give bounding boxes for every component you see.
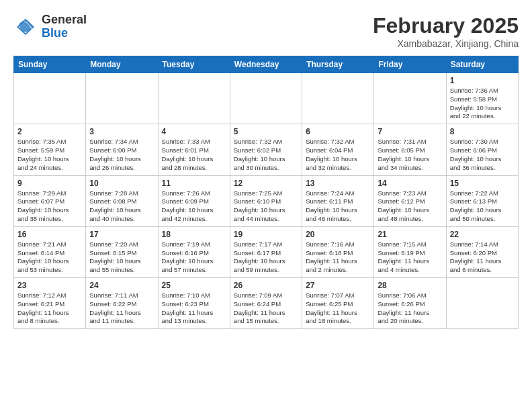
calendar-cell: 10Sunrise: 7:28 AM Sunset: 6:08 PM Dayli…	[86, 175, 158, 226]
calendar-day-header: Monday	[86, 56, 158, 73]
day-number: 12	[234, 179, 298, 188]
calendar-cell: 15Sunrise: 7:22 AM Sunset: 6:13 PM Dayli…	[446, 175, 518, 226]
day-info: Sunrise: 7:34 AM Sunset: 6:00 PM Dayligh…	[89, 138, 154, 172]
day-number: 1	[450, 76, 515, 85]
calendar-week-row: 23Sunrise: 7:12 AM Sunset: 6:21 PM Dayli…	[14, 278, 519, 329]
calendar-table: SundayMondayTuesdayWednesdayThursdayFrid…	[13, 56, 519, 329]
calendar-cell	[230, 73, 302, 124]
month-title: February 2025	[373, 13, 519, 38]
calendar-cell: 13Sunrise: 7:24 AM Sunset: 6:11 PM Dayli…	[302, 175, 374, 226]
day-number: 7	[378, 127, 442, 136]
day-info: Sunrise: 7:33 AM Sunset: 6:01 PM Dayligh…	[162, 138, 226, 172]
day-info: Sunrise: 7:16 AM Sunset: 6:18 PM Dayligh…	[306, 240, 370, 275]
day-number: 17	[89, 230, 154, 239]
day-info: Sunrise: 7:24 AM Sunset: 6:11 PM Dayligh…	[306, 189, 370, 224]
day-number: 23	[17, 281, 82, 290]
page-header: General Blue February 2025 Xambabazar, X…	[13, 13, 519, 49]
day-number: 20	[306, 230, 370, 239]
calendar-cell: 4Sunrise: 7:33 AM Sunset: 6:01 PM Daylig…	[158, 124, 230, 175]
calendar-cell: 22Sunrise: 7:14 AM Sunset: 6:20 PM Dayli…	[446, 226, 518, 277]
day-info: Sunrise: 7:12 AM Sunset: 6:21 PM Dayligh…	[17, 291, 82, 326]
logo-general: General	[42, 13, 87, 26]
day-number: 21	[378, 230, 442, 239]
day-info: Sunrise: 7:21 AM Sunset: 6:14 PM Dayligh…	[17, 240, 82, 275]
day-number: 18	[162, 230, 226, 239]
day-info: Sunrise: 7:14 AM Sunset: 6:20 PM Dayligh…	[450, 240, 515, 275]
day-number: 3	[89, 127, 154, 136]
calendar-cell	[446, 278, 518, 329]
day-number: 22	[450, 230, 515, 239]
day-info: Sunrise: 7:29 AM Sunset: 6:07 PM Dayligh…	[17, 189, 82, 224]
day-number: 14	[378, 179, 442, 188]
day-number: 24	[89, 281, 154, 290]
calendar-cell	[158, 73, 230, 124]
day-number: 13	[306, 179, 370, 188]
calendar-cell: 8Sunrise: 7:30 AM Sunset: 6:06 PM Daylig…	[446, 124, 518, 175]
day-info: Sunrise: 7:26 AM Sunset: 6:09 PM Dayligh…	[162, 189, 226, 224]
calendar-cell: 12Sunrise: 7:25 AM Sunset: 6:10 PM Dayli…	[230, 175, 302, 226]
calendar-cell: 11Sunrise: 7:26 AM Sunset: 6:09 PM Dayli…	[158, 175, 230, 226]
day-number: 27	[306, 281, 370, 290]
day-info: Sunrise: 7:06 AM Sunset: 6:26 PM Dayligh…	[378, 291, 442, 326]
day-number: 15	[450, 179, 515, 188]
calendar-week-row: 1Sunrise: 7:36 AM Sunset: 5:58 PM Daylig…	[14, 73, 519, 124]
day-info: Sunrise: 7:35 AM Sunset: 5:59 PM Dayligh…	[17, 138, 82, 172]
calendar-day-header: Tuesday	[158, 56, 230, 73]
day-number: 5	[234, 127, 298, 136]
calendar-cell: 24Sunrise: 7:11 AM Sunset: 6:22 PM Dayli…	[86, 278, 158, 329]
logo-icon	[13, 15, 38, 39]
day-number: 4	[162, 127, 226, 136]
calendar-day-header: Thursday	[302, 56, 374, 73]
day-number: 6	[306, 127, 370, 136]
day-info: Sunrise: 7:23 AM Sunset: 6:12 PM Dayligh…	[378, 189, 442, 224]
calendar-cell: 9Sunrise: 7:29 AM Sunset: 6:07 PM Daylig…	[14, 175, 86, 226]
calendar-cell	[302, 73, 374, 124]
calendar-cell: 27Sunrise: 7:07 AM Sunset: 6:25 PM Dayli…	[302, 278, 374, 329]
calendar-cell: 26Sunrise: 7:09 AM Sunset: 6:24 PM Dayli…	[230, 278, 302, 329]
calendar-cell: 23Sunrise: 7:12 AM Sunset: 6:21 PM Dayli…	[14, 278, 86, 329]
day-number: 19	[234, 230, 298, 239]
calendar-cell: 1Sunrise: 7:36 AM Sunset: 5:58 PM Daylig…	[446, 73, 518, 124]
calendar-week-row: 9Sunrise: 7:29 AM Sunset: 6:07 PM Daylig…	[14, 175, 519, 226]
day-info: Sunrise: 7:25 AM Sunset: 6:10 PM Dayligh…	[234, 189, 298, 224]
calendar-cell: 18Sunrise: 7:19 AM Sunset: 6:16 PM Dayli…	[158, 226, 230, 277]
logo-text: General Blue	[42, 13, 87, 40]
day-info: Sunrise: 7:15 AM Sunset: 6:19 PM Dayligh…	[378, 240, 442, 275]
calendar-day-header: Saturday	[446, 56, 518, 73]
calendar-cell: 7Sunrise: 7:31 AM Sunset: 6:05 PM Daylig…	[374, 124, 446, 175]
calendar-week-row: 2Sunrise: 7:35 AM Sunset: 5:59 PM Daylig…	[14, 124, 519, 175]
day-number: 28	[378, 281, 442, 290]
day-info: Sunrise: 7:32 AM Sunset: 6:04 PM Dayligh…	[306, 138, 370, 172]
day-info: Sunrise: 7:07 AM Sunset: 6:25 PM Dayligh…	[306, 291, 370, 326]
day-number: 25	[162, 281, 226, 290]
day-info: Sunrise: 7:09 AM Sunset: 6:24 PM Dayligh…	[234, 291, 298, 326]
calendar-week-row: 16Sunrise: 7:21 AM Sunset: 6:14 PM Dayli…	[14, 226, 519, 277]
calendar-day-header: Sunday	[14, 56, 86, 73]
day-info: Sunrise: 7:32 AM Sunset: 6:02 PM Dayligh…	[234, 138, 298, 172]
day-info: Sunrise: 7:11 AM Sunset: 6:22 PM Dayligh…	[89, 291, 154, 326]
calendar-cell: 5Sunrise: 7:32 AM Sunset: 6:02 PM Daylig…	[230, 124, 302, 175]
calendar-cell: 19Sunrise: 7:17 AM Sunset: 6:17 PM Dayli…	[230, 226, 302, 277]
day-number: 26	[234, 281, 298, 290]
day-info: Sunrise: 7:10 AM Sunset: 6:23 PM Dayligh…	[162, 291, 226, 326]
day-info: Sunrise: 7:28 AM Sunset: 6:08 PM Dayligh…	[89, 189, 154, 224]
calendar-cell: 28Sunrise: 7:06 AM Sunset: 6:26 PM Dayli…	[374, 278, 446, 329]
calendar-cell: 20Sunrise: 7:16 AM Sunset: 6:18 PM Dayli…	[302, 226, 374, 277]
day-info: Sunrise: 7:17 AM Sunset: 6:17 PM Dayligh…	[234, 240, 298, 275]
day-info: Sunrise: 7:30 AM Sunset: 6:06 PM Dayligh…	[450, 138, 515, 172]
day-info: Sunrise: 7:19 AM Sunset: 6:16 PM Dayligh…	[162, 240, 226, 275]
day-info: Sunrise: 7:31 AM Sunset: 6:05 PM Dayligh…	[378, 138, 442, 172]
calendar-cell	[374, 73, 446, 124]
day-info: Sunrise: 7:20 AM Sunset: 6:15 PM Dayligh…	[89, 240, 154, 275]
day-number: 9	[17, 179, 82, 188]
calendar-cell: 2Sunrise: 7:35 AM Sunset: 5:59 PM Daylig…	[14, 124, 86, 175]
calendar-cell	[14, 73, 86, 124]
logo-blue: Blue	[42, 26, 68, 40]
title-block: February 2025 Xambabazar, Xinjiang, Chin…	[373, 13, 519, 49]
calendar-header-row: SundayMondayTuesdayWednesdayThursdayFrid…	[14, 56, 519, 73]
day-number: 11	[162, 179, 226, 188]
calendar-cell: 17Sunrise: 7:20 AM Sunset: 6:15 PM Dayli…	[86, 226, 158, 277]
day-number: 10	[89, 179, 154, 188]
calendar-cell	[86, 73, 158, 124]
calendar-day-header: Wednesday	[230, 56, 302, 73]
